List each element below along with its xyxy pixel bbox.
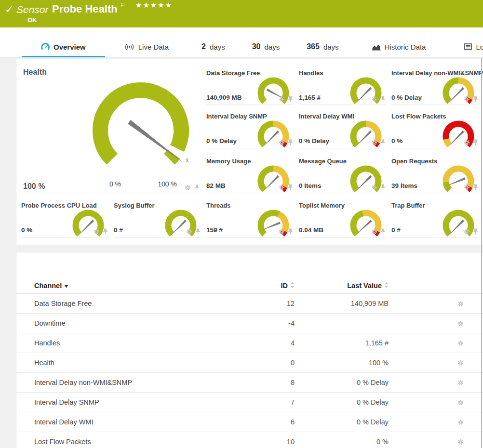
- channel-id: 4: [242, 339, 295, 347]
- gear-icon[interactable]: [279, 228, 285, 235]
- pin-icon[interactable]: [380, 139, 386, 145]
- gauge-dial: [439, 162, 478, 200]
- gear-icon[interactable]: [279, 96, 285, 102]
- gauge-dial: [439, 117, 478, 156]
- tab-label: Overview: [54, 43, 86, 51]
- overview-panel: Health x̄ 0 % 100 % 100 % Data Storage F…: [16, 59, 483, 245]
- channel-settings-gear-icon[interactable]: [449, 399, 464, 406]
- channel-settings-gear-icon[interactable]: [449, 419, 464, 425]
- gauge-value: 0 #: [391, 226, 401, 234]
- pin-icon[interactable]: [473, 96, 478, 102]
- channel-settings-gear-icon[interactable]: [449, 340, 464, 346]
- tab-label: days: [210, 43, 225, 51]
- tab-overview[interactable]: Overview: [22, 36, 105, 57]
- flag-icon[interactable]: ⚐: [120, 2, 125, 9]
- tab-number: 2: [201, 42, 206, 51]
- channel-id: 10: [242, 438, 295, 446]
- gauge-tile: Lost Flow Packets 0 %: [391, 111, 479, 148]
- gauge-tile: Memory Usage 82 MB: [206, 156, 294, 193]
- gauge-dial: [347, 206, 385, 245]
- gauge-dial: [254, 74, 293, 112]
- gear-icon[interactable]: [279, 184, 285, 190]
- channel-name: Interval Delay SNMP: [34, 398, 242, 406]
- pin-icon[interactable]: [380, 228, 386, 235]
- pin-icon[interactable]: [473, 184, 478, 190]
- gauge-value: 159 #: [206, 226, 223, 234]
- channel-id: 12: [242, 300, 295, 307]
- gauge-value: 140,909 MB: [206, 94, 242, 101]
- average-marker: x̄: [186, 157, 189, 164]
- gear-icon[interactable]: [464, 184, 470, 190]
- pin-icon[interactable]: [288, 228, 293, 235]
- sensor-type-label: Sensor: [16, 4, 49, 15]
- gear-icon[interactable]: [371, 184, 377, 190]
- pin-icon[interactable]: [380, 184, 386, 190]
- channel-settings-gear-icon[interactable]: [449, 301, 464, 307]
- gear-icon[interactable]: [371, 139, 377, 145]
- gear-icon[interactable]: [186, 228, 192, 235]
- pin-icon[interactable]: [103, 228, 108, 235]
- channel-name: Interval Delay WMI: [34, 418, 242, 426]
- tab-number: 30: [252, 42, 261, 51]
- gauge-dial: [161, 206, 200, 245]
- gauge-value: 0.04 MB: [299, 226, 323, 234]
- pin-icon[interactable]: [195, 228, 201, 235]
- tab-30-days[interactable]: 30 days: [239, 36, 293, 57]
- pin-icon[interactable]: [194, 184, 200, 191]
- tab-label: Log: [476, 43, 483, 51]
- column-header-channel[interactable]: Channel: [34, 282, 242, 290]
- pin-icon[interactable]: [473, 139, 478, 145]
- table-row: Health 0 100 %: [16, 353, 483, 373]
- table-row: Interval Delay WMI 6 0 % Delay: [16, 412, 483, 432]
- tab-number: 365: [307, 42, 320, 51]
- gauge-title: Toplist Memory: [299, 202, 345, 209]
- channel-settings-gear-icon[interactable]: [449, 360, 464, 366]
- channel-last-value: 140,909 MB: [295, 300, 389, 307]
- tab-live-data[interactable]: Live Data: [105, 36, 188, 57]
- gear-icon[interactable]: [464, 228, 470, 235]
- gauge-tile: Message Queue 0 Items: [299, 156, 387, 193]
- channel-last-value: 0 % Delay: [295, 418, 389, 426]
- gauge-tile: Interval Delay SNMP 0 % Delay: [206, 111, 294, 148]
- sensor-title: Probe Health: [52, 3, 118, 15]
- gauge-value: 100 %: [23, 182, 45, 191]
- gear-icon[interactable]: [464, 139, 470, 145]
- gauge-title: Interval Delay WMI: [299, 113, 354, 120]
- gauge-dial: [254, 206, 293, 245]
- gear-icon[interactable]: [371, 228, 377, 235]
- pin-icon[interactable]: [288, 139, 293, 145]
- pin-icon[interactable]: [380, 96, 386, 102]
- channel-settings-gear-icon[interactable]: [449, 320, 464, 327]
- gauge-title: Data Storage Free: [206, 69, 260, 77]
- tab-label: Live Data: [138, 43, 169, 51]
- tab-icon: [372, 43, 381, 51]
- gauge-value: 82 MB: [206, 182, 226, 189]
- gear-icon[interactable]: [279, 139, 285, 145]
- gauge-value: 0 Items: [299, 182, 322, 189]
- gauge-tile: Data Storage Free 140,909 MB: [206, 68, 294, 105]
- gauge-title: Probe Process CPU Load: [21, 202, 97, 209]
- channel-id: -4: [242, 319, 295, 327]
- pin-icon[interactable]: [288, 96, 293, 102]
- gear-icon[interactable]: [464, 96, 470, 102]
- gauge-tile: Threads 159 #: [206, 200, 294, 237]
- tab-365-days[interactable]: 365 days: [293, 36, 352, 57]
- tab-historic-data[interactable]: Historic Data: [352, 36, 445, 57]
- sensor-header: ✓ Sensor Probe Health ⚐ ★★★★★ OK: [0, 0, 483, 27]
- tab-log[interactable]: Log: [445, 36, 483, 57]
- column-header-id[interactable]: ID: [242, 282, 295, 290]
- gear-icon[interactable]: [371, 96, 377, 102]
- gauge-title: Interval Delay SNMP: [206, 113, 267, 120]
- pin-icon[interactable]: [473, 228, 478, 235]
- column-header-last-value[interactable]: Last Value: [295, 282, 389, 290]
- tab-2-days[interactable]: 2 days: [188, 36, 239, 57]
- gear-icon[interactable]: [185, 184, 191, 191]
- channel-settings-gear-icon[interactable]: [449, 439, 464, 445]
- pin-icon[interactable]: [288, 184, 293, 190]
- channel-settings-gear-icon[interactable]: [449, 380, 464, 386]
- priority-stars[interactable]: ★★★★★: [135, 1, 173, 10]
- sort-icon: [290, 282, 295, 290]
- gear-icon[interactable]: [94, 228, 100, 235]
- table-row: Interval Delay SNMP 7 0 % Delay: [16, 393, 483, 412]
- sort-icon: [384, 282, 389, 290]
